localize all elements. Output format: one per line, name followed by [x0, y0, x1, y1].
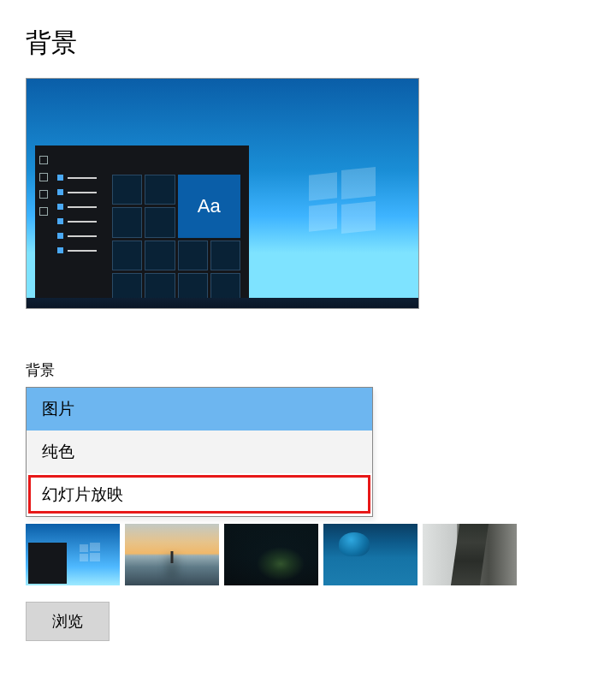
background-type-dropdown[interactable]: 图片 纯色 幻灯片放映 — [26, 387, 373, 517]
preview-start-panel: Aa — [35, 146, 249, 308]
browse-button[interactable]: 浏览 — [26, 602, 110, 641]
thumbnail-beach-sunset[interactable] — [125, 524, 219, 585]
dropdown-option-picture[interactable]: 图片 — [27, 388, 372, 431]
background-preview: Aa — [26, 78, 419, 309]
thumbnail-night-camp[interactable] — [224, 524, 318, 585]
background-label: 背景 — [26, 360, 590, 380]
dropdown-option-solidcolor[interactable]: 纯色 — [27, 431, 372, 473]
background-thumbnails — [26, 524, 590, 588]
thumbnail-windows-default[interactable] — [26, 524, 120, 585]
thumbnail-underwater[interactable] — [323, 524, 418, 585]
dropdown-option-slideshow[interactable]: 幻灯片放映 — [27, 473, 372, 516]
windows-logo-icon — [309, 169, 376, 232]
page-title: 背景 — [26, 26, 590, 61]
preview-sample-tile: Aa — [178, 175, 241, 238]
thumbnail-cliff[interactable] — [423, 524, 517, 585]
